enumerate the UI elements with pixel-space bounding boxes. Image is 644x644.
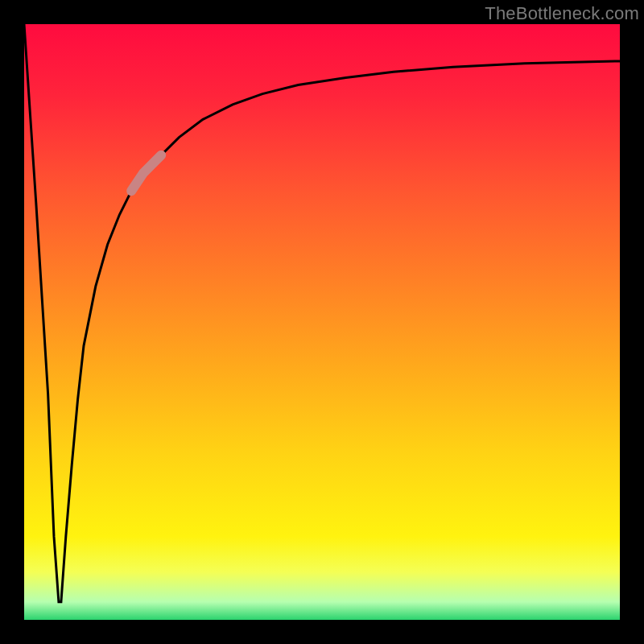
bottleneck-curve [24,24,620,602]
watermark-text: TheBottleneck.com [485,3,639,24]
curve-svg [24,24,620,620]
chart-frame: TheBottleneck.com [0,0,644,644]
plot-area [24,24,620,620]
highlight-segment [131,155,161,191]
